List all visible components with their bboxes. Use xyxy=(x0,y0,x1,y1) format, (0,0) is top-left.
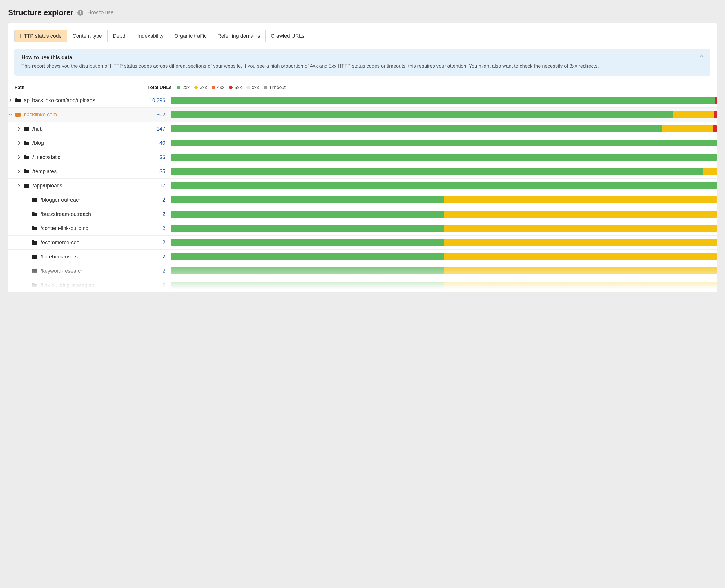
info-box-title: How to use this data xyxy=(21,55,704,61)
path-label: /content-link-building xyxy=(41,225,88,231)
total-urls-value[interactable]: 502 xyxy=(138,112,171,118)
legend-label: 2xx xyxy=(183,85,190,90)
bar-segment-2xx xyxy=(171,182,717,189)
table-row[interactable]: /hub147 xyxy=(8,122,717,136)
folder-icon xyxy=(32,226,38,231)
chevron-right-icon[interactable] xyxy=(17,141,21,145)
tab-http-status-code[interactable]: HTTP status code xyxy=(15,30,67,42)
total-urls-value[interactable]: 35 xyxy=(138,154,171,161)
table-body: api.backlinko.com/app/uploads10,296backl… xyxy=(8,93,717,292)
bar-segment-3xx xyxy=(444,211,717,217)
status-bar xyxy=(171,111,717,118)
total-urls-value[interactable]: 147 xyxy=(138,126,171,132)
bar-segment-3xx xyxy=(444,282,717,289)
folder-icon xyxy=(32,240,38,245)
total-urls-value[interactable]: 2 xyxy=(138,211,171,217)
tab-referring-domains[interactable]: Referring domains xyxy=(212,30,265,42)
total-urls-value[interactable]: 2 xyxy=(138,268,171,274)
bar-segment-2xx xyxy=(171,97,715,104)
folder-icon xyxy=(15,112,21,117)
path-label: /facebook-users xyxy=(41,254,78,260)
table-row[interactable]: /facebook-users2 xyxy=(8,250,717,264)
legend-item-timeout: Timeout xyxy=(263,85,286,90)
legend-dot xyxy=(177,86,180,89)
path-cell: backlinko.com xyxy=(8,112,138,118)
column-path[interactable]: Path xyxy=(15,85,145,90)
total-urls-value[interactable]: 2 xyxy=(138,282,171,288)
chevron-right-icon[interactable] xyxy=(17,155,21,159)
tab-depth[interactable]: Depth xyxy=(108,30,132,42)
table-row[interactable]: /templates35 xyxy=(8,165,717,179)
table-row[interactable]: /blogger-outreach2 xyxy=(8,193,717,207)
legend-item-xxx: xxx xyxy=(247,85,259,90)
bar-segment-2xx xyxy=(171,140,717,147)
table-row[interactable]: /_next/static35 xyxy=(8,150,717,165)
bar-segment-2xx xyxy=(171,196,444,203)
table-row[interactable]: backlinko.com502 xyxy=(8,108,717,122)
column-total[interactable]: Total URLs xyxy=(145,85,177,90)
path-cell: /_next/static xyxy=(8,154,138,161)
legend-item-5xx: 5xx xyxy=(229,85,242,90)
legend-dot xyxy=(247,86,250,89)
path-cell: /templates xyxy=(8,169,138,175)
path-label: /buzzstream-outreach xyxy=(41,211,91,217)
legend-label: 4xx xyxy=(217,85,225,90)
table-row[interactable]: /ecommerce-seo2 xyxy=(8,235,717,250)
folder-icon xyxy=(32,254,38,259)
status-bar xyxy=(171,140,717,147)
table-row[interactable]: /link-building-strategies2 xyxy=(8,278,717,292)
chevron-right-icon[interactable] xyxy=(17,170,21,173)
table-row[interactable]: api.backlinko.com/app/uploads10,296 xyxy=(8,93,717,108)
table-row[interactable]: /content-link-building2 xyxy=(8,221,717,235)
bar-segment-3xx xyxy=(662,125,712,132)
total-urls-value[interactable]: 2 xyxy=(138,225,171,231)
status-bar xyxy=(171,225,717,232)
path-label: /app/uploads xyxy=(33,183,62,189)
legend-dot xyxy=(263,86,267,89)
path-cell: /keyword-research xyxy=(8,268,138,274)
total-urls-value[interactable]: 35 xyxy=(138,169,171,175)
folder-icon xyxy=(32,269,38,273)
bar-segment-3xx xyxy=(703,168,717,175)
table-row[interactable]: /keyword-research2 xyxy=(8,264,717,278)
path-label: /templates xyxy=(33,169,57,175)
status-bar xyxy=(171,182,717,189)
total-urls-value[interactable]: 40 xyxy=(138,140,171,146)
status-bar xyxy=(171,239,717,246)
tabs: HTTP status codeContent typeDepthIndexab… xyxy=(15,30,310,42)
bar-segment-2xx xyxy=(171,211,444,217)
chevron-down-icon[interactable] xyxy=(8,113,12,116)
total-urls-value[interactable]: 2 xyxy=(138,254,171,260)
how-to-use-link[interactable]: How to use xyxy=(87,9,113,16)
bar-segment-2xx xyxy=(171,125,662,132)
table-row[interactable]: /buzzstream-outreach2 xyxy=(8,207,717,221)
total-urls-value[interactable]: 10,296 xyxy=(138,98,171,104)
chevron-right-icon[interactable] xyxy=(8,99,12,102)
chevron-right-icon[interactable] xyxy=(17,184,21,187)
bar-segment-2xx xyxy=(171,268,444,274)
tab-content-type[interactable]: Content type xyxy=(67,30,108,42)
bar-segment-5xx xyxy=(714,111,717,118)
total-urls-value[interactable]: 17 xyxy=(138,183,171,189)
bar-segment-2xx xyxy=(171,225,444,232)
total-urls-value[interactable]: 2 xyxy=(138,239,171,246)
status-bar xyxy=(171,125,717,132)
status-bar xyxy=(171,196,717,203)
path-label: /ecommerce-seo xyxy=(41,239,80,246)
total-urls-value[interactable]: 2 xyxy=(138,197,171,203)
legend-dot xyxy=(229,86,233,89)
path-label: /_next/static xyxy=(33,154,60,161)
chevron-right-icon[interactable] xyxy=(17,127,21,130)
table-row[interactable]: /app/uploads17 xyxy=(8,179,717,193)
tab-organic-traffic[interactable]: Organic traffic xyxy=(169,30,212,42)
folder-icon xyxy=(24,141,29,145)
tab-crawled-urls[interactable]: Crawled URLs xyxy=(265,30,310,42)
legend-dot xyxy=(194,86,198,89)
tab-indexability[interactable]: Indexability xyxy=(132,30,169,42)
status-bar xyxy=(171,282,717,289)
table-row[interactable]: /blog40 xyxy=(8,136,717,150)
bar-segment-3xx xyxy=(673,111,714,118)
path-cell: /link-building-strategies xyxy=(8,282,138,288)
help-icon[interactable]: ? xyxy=(78,10,83,16)
info-collapse-icon[interactable] xyxy=(700,54,704,60)
